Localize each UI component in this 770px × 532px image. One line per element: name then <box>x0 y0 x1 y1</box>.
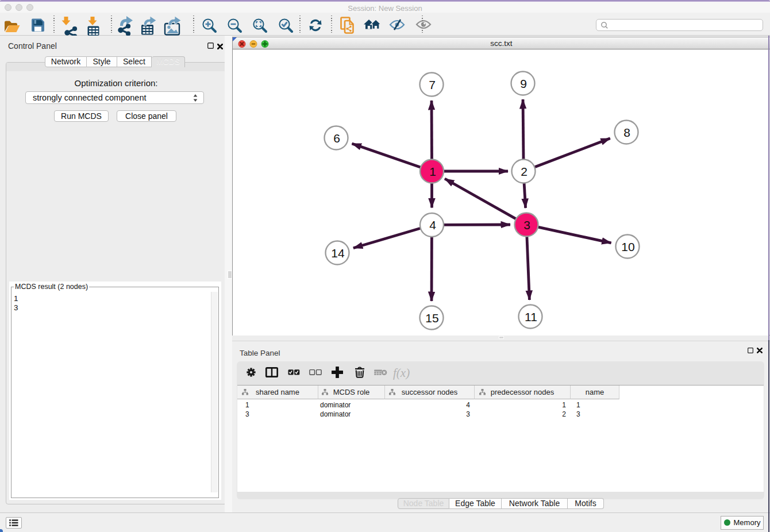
svg-text:4: 4 <box>429 218 436 232</box>
svg-text:11: 11 <box>525 310 537 323</box>
svg-text:8: 8 <box>623 126 630 139</box>
svg-text:f(x): f(x) <box>393 366 410 380</box>
svg-text:14: 14 <box>331 246 345 260</box>
svg-text:2: 2 <box>521 165 528 178</box>
svg-text:3: 3 <box>523 218 530 232</box>
svg-text:6: 6 <box>333 132 340 145</box>
svg-text:15: 15 <box>425 311 438 325</box>
svg-text:7: 7 <box>429 78 436 91</box>
svg-text:1: 1 <box>429 165 436 178</box>
svg-text:9: 9 <box>520 77 527 90</box>
svg-text:10: 10 <box>621 240 634 253</box>
